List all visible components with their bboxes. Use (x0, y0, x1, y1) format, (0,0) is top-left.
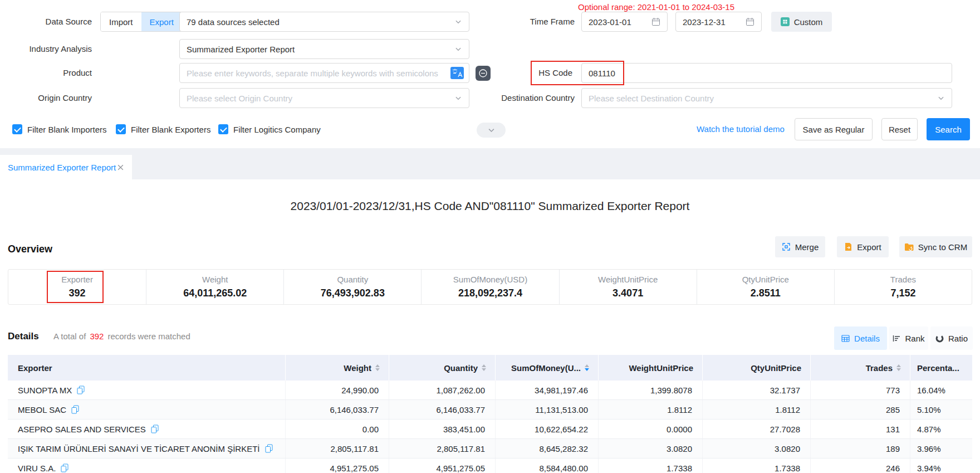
table-grid-icon (841, 335, 850, 342)
stat-weight-unit-price: WeightUnitPrice3.4071 (559, 270, 697, 304)
view-ratio-button[interactable]: Ratio (930, 326, 973, 350)
header-trades[interactable]: Trades (810, 355, 910, 381)
trades-cell: 285 (810, 400, 910, 419)
translate-icon[interactable] (450, 67, 464, 79)
chevron-down-icon (937, 94, 945, 102)
stat-value: 64,011,265.02 (183, 287, 247, 299)
tab-summarized-exporter-report[interactable]: Summarized Exporter Report (0, 155, 132, 179)
quantity-cell: 1,087,262.00 (389, 381, 495, 399)
checkbox-checked-icon[interactable] (218, 124, 228, 134)
calendar-icon[interactable] (746, 17, 754, 26)
custom-range-button[interactable]: Custom (771, 12, 832, 32)
merge-label: Merge (795, 242, 819, 252)
stat-sum-of-money: SumOfMoney(USD)218,092,237.4 (421, 270, 558, 304)
industry-analysis-select[interactable]: Summarized Exporter Report (179, 39, 469, 59)
header-label: Trades (866, 363, 893, 373)
weight-unit-price-cell: 1,399.8078 (598, 381, 702, 399)
product-label: Product (0, 63, 92, 83)
checkbox-checked-icon[interactable] (116, 124, 126, 134)
reset-button[interactable]: Reset (881, 118, 918, 140)
trades-cell: 773 (810, 381, 910, 399)
stat-value: 76,493,902.83 (321, 287, 385, 299)
stat-label: Quantity (337, 275, 368, 284)
exporter-name[interactable]: ASEPRO SALES AND SERVICES (18, 425, 146, 434)
header-percentage: Percenta... (910, 355, 972, 381)
exporter-name[interactable]: SUNOPTA MX (18, 386, 72, 395)
tutorial-demo-link[interactable]: Watch the tutorial demo (697, 118, 785, 140)
stat-value: 218,092,237.4 (458, 287, 522, 299)
filter-logistics-company-checkbox[interactable]: Filter Logitics Company (218, 124, 321, 134)
header-label: SumOfMoney(U... (511, 363, 581, 373)
merge-button[interactable]: Merge (775, 236, 825, 257)
stat-quantity: Quantity76,493,902.83 (283, 270, 421, 304)
exporter-name[interactable]: VIRU S.A. (18, 464, 56, 473)
sort-icon-active-desc[interactable] (585, 364, 589, 371)
rank-chart-icon (893, 335, 900, 342)
header-weight-unit-price: WeightUnitPrice (598, 355, 702, 381)
qty-unit-price-cell: 1.7338 (702, 459, 810, 473)
copy-icon[interactable] (151, 425, 159, 433)
origin-country-label: Origin Country (0, 88, 92, 108)
hs-code-label: HS Code (512, 63, 572, 83)
calendar-icon[interactable] (651, 17, 660, 26)
expand-filters-button[interactable] (477, 123, 506, 138)
end-date-input[interactable]: 2023-12-31 (675, 12, 762, 32)
product-input[interactable] (179, 63, 469, 83)
import-toggle-button[interactable]: Import (101, 12, 141, 31)
weight-cell: 6,146,033.77 (285, 400, 389, 419)
data-sources-select[interactable]: 79 data sources selected (179, 12, 469, 32)
keyword-helper-icon[interactable] (476, 66, 491, 81)
table-body: SUNOPTA MX 24,990.00 1,087,262.00 34,981… (8, 381, 972, 473)
sort-icon[interactable] (482, 364, 486, 371)
header-quantity[interactable]: Quantity (389, 355, 495, 381)
sort-icon[interactable] (896, 364, 901, 371)
copy-icon[interactable] (265, 444, 273, 453)
save-as-regular-button[interactable]: Save as Regular (795, 118, 873, 140)
weight-cell: 4,951,275.05 (285, 459, 389, 473)
custom-icon (781, 17, 790, 26)
quantity-cell: 4,951,275.05 (389, 459, 495, 473)
export-label: Export (857, 242, 881, 252)
view-details-button[interactable]: Details (834, 326, 887, 350)
header-weight[interactable]: Weight (285, 355, 389, 381)
weight-unit-price-cell: 0.0000 (598, 420, 702, 438)
exporter-name[interactable]: MEBOL SAC (18, 405, 66, 415)
table-row[interactable]: VIRU S.A. 4,951,275.05 4,951,275.05 8,58… (8, 459, 972, 473)
sync-folder-icon (904, 243, 914, 251)
copy-icon[interactable] (77, 386, 85, 394)
qty-unit-price-cell: 27.7028 (702, 420, 810, 438)
copy-icon[interactable] (71, 405, 79, 414)
view-rank-label: Rank (905, 334, 924, 343)
close-icon[interactable] (117, 164, 124, 171)
table-header: Exporter Weight Quantity SumOfMoney(U...… (8, 355, 972, 381)
match-count: 392 (90, 331, 104, 341)
sort-icon[interactable] (375, 364, 380, 371)
sum-cell: 11,131,513.00 (495, 400, 598, 419)
table-row[interactable]: MEBOL SAC 6,146,033.77 6,146,033.77 11,1… (8, 400, 972, 420)
sync-to-crm-button[interactable]: Sync to CRM (899, 236, 972, 257)
table-row[interactable]: ASEPRO SALES AND SERVICES 0.00 383,451.0… (8, 420, 972, 439)
destination-country-select[interactable]: Please select Destination Country (581, 88, 952, 108)
export-button[interactable]: Export (837, 236, 889, 257)
hs-code-input[interactable] (581, 63, 952, 83)
checkbox-label: Filter Logitics Company (233, 125, 321, 134)
industry-analysis-value: Summarized Exporter Report (187, 45, 295, 54)
copy-icon[interactable] (61, 464, 68, 472)
table-row[interactable]: SUNOPTA MX 24,990.00 1,087,262.00 34,981… (8, 381, 972, 400)
start-date-input[interactable]: 2023-01-01 (581, 12, 668, 32)
stat-exporter: Exporter392 (8, 270, 146, 304)
view-rank-button[interactable]: Rank (889, 326, 928, 350)
checkbox-checked-icon[interactable] (12, 124, 22, 134)
overview-stats-bar: Exporter392 Weight64,011,265.02 Quantity… (8, 269, 972, 305)
search-button[interactable]: Search (927, 118, 970, 140)
table-row[interactable]: IŞIK TARIM ÜRÜNLERİ SANAYİ VE TİCARET AN… (8, 439, 972, 459)
exporter-name[interactable]: IŞIK TARIM ÜRÜNLERİ SANAYİ VE TİCARET AN… (18, 444, 260, 454)
weight-unit-price-cell: 3.0820 (598, 439, 702, 458)
export-toggle-button[interactable]: Export (141, 12, 182, 31)
filter-blank-exporters-checkbox[interactable]: Filter Blank Exporters (116, 124, 210, 134)
stat-label: SumOfMoney(USD) (453, 275, 527, 284)
origin-country-select[interactable]: Please select Origin Country (179, 88, 469, 108)
percentage-cell: 3.96% (910, 439, 972, 458)
filter-blank-importers-checkbox[interactable]: Filter Blank Importers (12, 124, 107, 134)
header-sum-of-money[interactable]: SumOfMoney(U... (495, 355, 598, 381)
